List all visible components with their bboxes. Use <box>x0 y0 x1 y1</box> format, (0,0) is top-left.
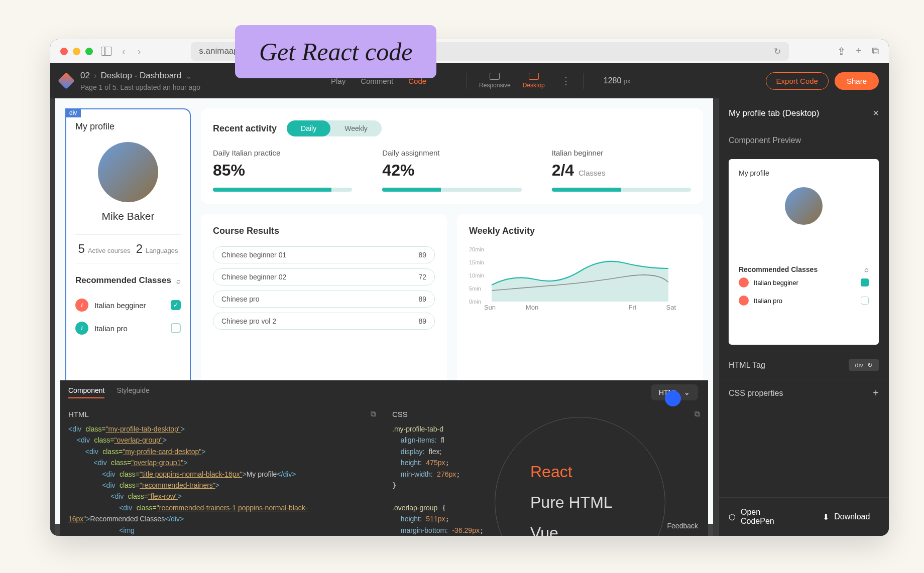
preview-label: Component Preview <box>719 128 889 153</box>
class-item[interactable]: i Italian begginer ✓ <box>75 294 181 317</box>
css-label: CSS <box>392 410 408 418</box>
export-code-button[interactable]: Export Code <box>766 72 829 90</box>
copy-icon[interactable]: ⧉ <box>371 409 376 418</box>
checkbox-checked-icon <box>861 278 869 286</box>
component-preview: My profile Recommended Classes ⌕ Italian… <box>729 159 879 345</box>
css-properties-row[interactable]: CSS properties + <box>719 379 889 407</box>
stat-languages: 2 Languages <box>136 242 178 256</box>
chevron-down-icon[interactable]: ⌄ <box>185 71 192 81</box>
metric-assignment: Daily assignment 42% <box>382 149 521 192</box>
notification-dot-icon <box>665 390 681 406</box>
activity-card: Recent activity Daily Weekly Daily Itali… <box>201 108 703 204</box>
html-label: HTML <box>68 410 89 418</box>
plus-icon[interactable]: + <box>873 387 879 399</box>
tabs-icon[interactable]: ⧉ <box>872 45 879 57</box>
browser-chrome: ‹ › s.animaapp.com ↻ ⇪ + ⧉ <box>50 39 889 63</box>
lang-vue[interactable]: Vue <box>530 524 558 536</box>
class-dot-icon: i <box>75 299 88 312</box>
result-row[interactable]: Chinese pro vol 289 <box>213 313 435 330</box>
sidebar-toggle-icon[interactable] <box>101 47 112 56</box>
refresh-icon[interactable]: ↻ <box>774 46 781 57</box>
html-code[interactable]: <div class="my-profile-tab-desktop"> <di… <box>68 423 376 536</box>
avatar <box>785 187 823 225</box>
checkbox-unchecked-icon[interactable] <box>171 323 181 333</box>
breadcrumb-project: 02 <box>80 71 90 81</box>
open-codepen-button[interactable]: ⬡ Open CodePen <box>719 498 804 536</box>
tab-styleguide[interactable]: Styleguide <box>117 386 149 398</box>
device-desktop[interactable]: Desktop <box>523 73 545 89</box>
weekly-chart <box>469 246 691 302</box>
new-tab-icon[interactable]: + <box>856 45 862 57</box>
class-dot-icon: i <box>75 322 88 335</box>
lang-react[interactable]: React <box>530 463 572 481</box>
profile-name: Mike Baker <box>75 210 181 222</box>
metric-beginner: Italian beginner 2/4 Classes <box>552 149 691 192</box>
back-icon[interactable]: ‹ <box>120 46 128 57</box>
close-icon[interactable]: × <box>873 107 879 119</box>
toggle-daily[interactable]: Daily <box>287 120 330 136</box>
class-item[interactable]: i Italian pro <box>75 317 181 340</box>
progress-bar <box>213 188 331 192</box>
activity-title: Recent activity <box>213 123 277 134</box>
breadcrumb[interactable]: 02 › Desktop - Dashboard ⌄ <box>80 71 200 81</box>
copy-icon[interactable]: ⧉ <box>695 409 700 418</box>
page-status: Page 1 of 5. Last updated an hour ago <box>80 83 200 91</box>
tab-component[interactable]: Component <box>68 386 104 398</box>
canvas-area: div My profile Mike Baker 5 Active cours… <box>50 98 718 536</box>
share-icon[interactable]: ⇪ <box>837 45 846 57</box>
activity-toggle: Daily Weekly <box>287 120 382 136</box>
avatar <box>98 142 158 202</box>
maximize-window-icon[interactable] <box>85 48 93 55</box>
results-title: Course Results <box>213 226 435 236</box>
selection-badge: div <box>65 108 81 117</box>
progress-bar <box>552 188 622 192</box>
refresh-icon[interactable]: ↻ <box>867 361 873 369</box>
class-dot-icon <box>739 277 749 288</box>
lang-purehtml[interactable]: Pure HTML <box>530 493 613 512</box>
class-dot-icon <box>739 296 749 306</box>
metric-practice: Daily Italian practice 85% <box>213 149 352 192</box>
minimize-window-icon[interactable] <box>73 48 80 55</box>
profile-title: My profile <box>75 121 181 132</box>
checkbox-unchecked-icon <box>861 297 869 305</box>
share-button[interactable]: Share <box>835 72 879 90</box>
toggle-weekly[interactable]: Weekly <box>330 120 382 136</box>
search-icon: ⌕ <box>864 265 869 273</box>
checkbox-checked-icon[interactable]: ✓ <box>171 300 181 310</box>
search-icon[interactable]: ⌕ <box>176 276 181 285</box>
inspector-panel: My profile tab (Desktop) × Component Pre… <box>718 98 889 536</box>
browser-window: ‹ › s.animaapp.com ↻ ⇪ + ⧉ 02 › Desktop … <box>50 39 889 536</box>
html-tag-row: HTML Tag div ↻ <box>719 351 889 379</box>
forward-icon[interactable]: › <box>136 46 143 57</box>
stat-courses: 5 Active courses <box>78 242 131 256</box>
result-row[interactable]: Chinese beginner 0272 <box>213 268 435 285</box>
breadcrumb-page: Desktop - Dashboard <box>101 71 182 81</box>
kebab-menu-icon[interactable]: ⋮ <box>561 75 571 87</box>
inspector-title: My profile tab (Desktop) <box>729 108 819 118</box>
app-header: 02 › Desktop - Dashboard ⌄ Page 1 of 5. … <box>50 63 889 98</box>
feedback-button[interactable]: Feedback <box>667 522 698 530</box>
app-logo-icon[interactable] <box>58 72 75 89</box>
html-tag-value[interactable]: div ↻ <box>849 359 879 371</box>
download-button[interactable]: ⬇ Download <box>804 498 889 536</box>
device-responsive[interactable]: Responsive <box>479 73 511 89</box>
weekly-title: Weekly Activity <box>469 226 691 236</box>
progress-bar <box>382 188 440 192</box>
download-icon: ⬇ <box>823 512 829 522</box>
recommended-title: Recommended Classes ⌕ <box>75 275 181 285</box>
desktop-icon <box>529 73 539 80</box>
codepen-icon: ⬡ <box>729 512 736 522</box>
callout-banner: Get React code <box>235 25 436 78</box>
close-window-icon[interactable] <box>60 48 68 55</box>
width-indicator: 1280 px <box>604 76 631 85</box>
result-row[interactable]: Chinese beginner 0189 <box>213 246 435 263</box>
result-row[interactable]: Chinese pro89 <box>213 291 435 308</box>
responsive-icon <box>490 73 500 80</box>
chevron-down-icon: ⌄ <box>684 388 690 396</box>
